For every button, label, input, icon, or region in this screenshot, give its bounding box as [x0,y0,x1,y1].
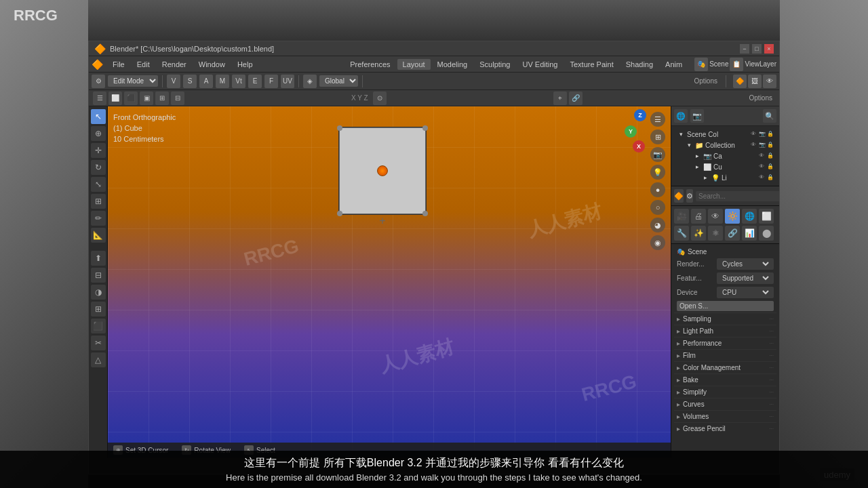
ih-icon-6[interactable]: ⊟ [171,92,184,105]
cube-lock[interactable]: 🔒 [767,163,774,170]
pi-world[interactable]: 🌐 [742,209,757,224]
ih-icon-5[interactable]: ⊞ [155,92,169,105]
device-value[interactable]: CPU GPU [717,287,774,298]
view-btn[interactable]: V [167,75,180,88]
menu-anim[interactable]: Anim [660,59,688,70]
minimize-button[interactable]: − [740,44,749,54]
menu-shading[interactable]: Shading [620,59,658,70]
section-simplify[interactable]: ▸ Simplify ··· [674,386,776,398]
viewport-zoom-fit[interactable]: ⊞ [650,129,665,144]
ih-icon-3[interactable]: ⬛ [124,92,138,105]
mesh-btn[interactable]: M [216,75,229,88]
section-color-management[interactable]: ▸ Color Management ··· [674,361,776,373]
tree-camera[interactable]: ▸ 📷 Ca 👁 🔒 [690,150,776,161]
pi-object[interactable]: ⬜ [759,209,774,224]
cam-eye[interactable]: 👁 [759,152,766,159]
bevel-tool[interactable]: ◑ [91,285,106,300]
pi-constraints[interactable]: 🔗 [725,226,740,241]
device-select[interactable]: CPU GPU [719,288,771,297]
props-search[interactable] [696,191,779,201]
render-engine-select[interactable]: Cycles EEVEE [719,260,771,268]
axis-z[interactable]: Z [634,109,646,121]
edge-btn[interactable]: E [248,75,262,88]
viewport-shading-rendered[interactable]: ◉ [650,235,665,250]
ih-icon-4[interactable]: ▣ [140,92,153,105]
mode-dropdown[interactable]: Edit Mode [108,75,158,87]
ih-icon-1[interactable]: ☰ [93,92,106,105]
props-icon2[interactable]: ⚙ [686,189,693,203]
magnet-icon[interactable]: ⌖ [553,92,567,105]
menu-texture-paint[interactable]: Texture Paint [564,59,618,70]
pi-data[interactable]: 📊 [742,226,757,241]
render-props-icon[interactable]: 📷 [690,109,704,123]
tree-col-cam[interactable]: 📷 [759,142,766,148]
tree-visibility-icon[interactable]: 👁 [751,131,757,138]
vertex-btn[interactable]: Vt [232,75,245,88]
render-icon[interactable]: 🔶 [733,75,747,88]
tree-scene-collection[interactable]: ▾ Scene Col 👁 📷 🔒 [674,129,776,140]
feature-value[interactable]: Supported Experimental [717,272,774,284]
pi-render[interactable]: 🎥 [674,209,689,224]
select-btn[interactable]: S [183,75,197,88]
transform-tool[interactable]: ⊞ [91,194,106,209]
knife-tool[interactable]: ✂ [91,336,106,350]
menu-file[interactable]: File [107,59,130,70]
offset-tool[interactable]: ⬛ [91,319,106,333]
ih-icon-2[interactable]: ⬜ [108,92,122,105]
menu-help[interactable]: Help [232,59,258,70]
section-grease-pencil[interactable]: ▸ Grease Pencil ··· [674,422,776,434]
section-sampling[interactable]: ▸ Sampling ··· [674,312,776,325]
viewport-lamp[interactable]: 💡 [650,165,665,180]
viewport-shading-material[interactable]: ◕ [650,218,665,232]
tree-lock-icon[interactable]: 🔒 [767,131,774,138]
pi-scene[interactable]: 🔆 [725,209,740,224]
cube-eye[interactable]: 👁 [759,163,766,170]
tree-col-eye[interactable]: 👁 [751,142,757,148]
axis-x-dot[interactable]: X [633,140,645,152]
rotate-tool[interactable]: ↻ [91,160,106,175]
section-volumes[interactable]: ▸ Volumes ··· [674,410,776,422]
menu-render[interactable]: Render [157,59,192,70]
cam-lock[interactable]: 🔒 [767,152,774,159]
scene-icon[interactable]: 🎭 [694,58,708,71]
axis-y-dot[interactable]: Y [625,125,637,138]
poly-build-tool[interactable]: △ [91,352,106,367]
menu-preferences[interactable]: Preferences [344,59,395,70]
pivot-icon[interactable]: ◈ [303,75,317,88]
inset-tool[interactable]: ⊟ [91,268,106,283]
section-light-path[interactable]: ▸ Light Path ··· [674,325,776,337]
add-btn[interactable]: A [199,75,213,88]
proportional-icon[interactable]: ⊙ [373,92,387,105]
pi-modifier[interactable]: 🔧 [674,226,689,241]
pi-particles[interactable]: ✨ [691,226,706,241]
props-icon[interactable]: 🔶 [674,189,684,203]
menu-sculpting[interactable]: Sculpting [474,59,515,70]
output-icon[interactable]: 🖼 [748,75,762,88]
tree-collection[interactable]: ▾ 📁 Collection 👁 📷 🔒 [682,140,776,150]
scale-tool[interactable]: ⤡ [91,177,106,192]
pi-physics[interactable]: ⚛ [708,226,723,241]
uv-btn[interactable]: UV [281,75,294,88]
section-bake[interactable]: ▸ Bake ··· [674,373,776,386]
search-icon[interactable]: 🔍 [763,109,776,123]
select-tool[interactable]: ↖ [91,109,106,124]
transform-dropdown[interactable]: Global [319,75,358,87]
tree-cube[interactable]: ▸ ⬜ Cu 👁 🔒 [690,161,776,172]
menu-window[interactable]: Window [193,59,231,70]
viewport-shading-wire[interactable]: ○ [650,200,665,215]
open-shading-button[interactable]: Open S... [677,301,774,311]
maximize-button[interactable]: □ [752,44,762,54]
menu-modeling[interactable]: Modeling [432,59,473,70]
section-performance[interactable]: ▸ Performance ··· [674,337,776,349]
close-button[interactable]: × [764,44,774,54]
menu-uv-editing[interactable]: UV Editing [517,59,564,70]
menu-layout[interactable]: Layout [397,59,431,70]
pi-output[interactable]: 🖨 [691,209,706,224]
light-eye[interactable]: 👁 [759,174,766,181]
mode-icon[interactable]: ⚙ [92,75,105,88]
tree-col-lock[interactable]: 🔒 [767,142,774,148]
section-curves[interactable]: ▸ Curves ··· [674,398,776,410]
extrude-tool[interactable]: ⬆ [91,251,106,266]
feature-select[interactable]: Supported Experimental [719,274,771,283]
viewport-shading-solid[interactable]: ● [650,182,665,197]
